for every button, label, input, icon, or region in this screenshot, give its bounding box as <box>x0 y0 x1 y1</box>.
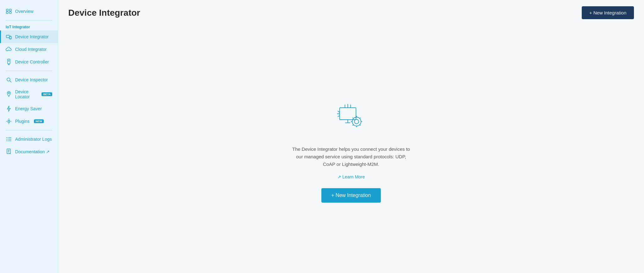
device-inspector-label: Device Inspector <box>15 77 48 82</box>
new-badge: NEW <box>34 119 44 123</box>
new-integration-button-center[interactable]: + New Integration <box>321 188 381 203</box>
svg-line-8 <box>11 36 12 37</box>
sidebar: Overview IoT Integrator Device Integrato… <box>0 0 58 273</box>
sidebar-item-energy-saver[interactable]: Energy Saver <box>0 102 58 115</box>
beta-badge: BETA <box>42 92 52 96</box>
svg-line-24 <box>8 120 8 121</box>
svg-point-21 <box>8 92 9 94</box>
sidebar-item-documentation[interactable]: Documentation ↗ <box>0 145 58 158</box>
plugins-label: Plugins <box>15 119 30 124</box>
device-inspector-icon <box>6 77 12 83</box>
energy-saver-icon <box>6 106 12 112</box>
overview-label: Overview <box>15 9 33 14</box>
documentation-icon <box>6 149 12 155</box>
plugins-icon <box>6 118 12 124</box>
sidebar-item-overview[interactable]: Overview <box>0 5 58 18</box>
svg-point-48 <box>354 119 359 124</box>
sidebar-divider-2 <box>6 71 52 71</box>
svg-rect-0 <box>6 9 8 11</box>
svg-rect-38 <box>340 108 356 120</box>
empty-state: The Device Integrator helps you connect … <box>58 25 644 273</box>
svg-point-23 <box>8 121 9 122</box>
svg-line-43 <box>338 116 340 117</box>
empty-state-description: The Device Integrator helps you connect … <box>291 145 411 168</box>
admin-logs-icon <box>6 136 12 142</box>
sidebar-item-device-controller[interactable]: Device Controller <box>0 56 58 68</box>
cloud-integrator-icon <box>6 46 12 52</box>
svg-rect-3 <box>9 12 11 14</box>
learn-more-link[interactable]: ↗ Learn More <box>337 174 365 179</box>
svg-line-53 <box>353 117 353 118</box>
page-header: Device Integrator + New Integration <box>58 0 644 25</box>
svg-line-25 <box>9 120 10 121</box>
energy-saver-label: Energy Saver <box>15 106 42 111</box>
svg-line-10 <box>9 39 10 39</box>
svg-point-13 <box>8 49 9 50</box>
svg-line-20 <box>10 81 11 82</box>
svg-line-26 <box>8 122 8 123</box>
sidebar-item-device-integrator[interactable]: Device Integrator <box>0 30 58 43</box>
page-title: Device Integrator <box>68 8 140 18</box>
svg-line-27 <box>9 122 10 123</box>
svg-rect-2 <box>6 12 8 14</box>
sidebar-divider-3 <box>6 130 52 130</box>
admin-logs-label: Administrator Logs <box>15 137 52 142</box>
device-controller-label: Device Controller <box>15 59 49 64</box>
device-integrator-label: Device Integrator <box>15 34 49 39</box>
svg-rect-1 <box>9 9 11 11</box>
sidebar-item-plugins[interactable]: Plugins NEW <box>0 115 58 128</box>
svg-line-41 <box>338 111 340 112</box>
overview-icon <box>6 8 12 14</box>
main-content: Device Integrator + New Integration <box>58 0 644 273</box>
device-locator-label: Device Locator <box>15 89 37 99</box>
sidebar-divider-1 <box>6 20 52 20</box>
sidebar-item-admin-logs[interactable]: Administrator Logs <box>0 133 58 145</box>
device-controller-icon <box>6 59 12 65</box>
svg-line-11 <box>11 39 12 39</box>
sidebar-item-device-inspector[interactable]: Device Inspector <box>0 74 58 86</box>
sidebar-item-cloud-integrator[interactable]: Cloud Integrator <box>0 43 58 56</box>
empty-state-illustration <box>331 96 372 137</box>
svg-point-19 <box>7 78 10 81</box>
svg-line-7 <box>9 36 10 37</box>
new-integration-button-header[interactable]: + New Integration <box>582 6 634 19</box>
device-integrator-icon <box>6 34 12 40</box>
external-link-icon: ↗ <box>337 174 341 179</box>
cloud-integrator-label: Cloud Integrator <box>15 47 47 52</box>
svg-line-54 <box>359 125 360 126</box>
svg-line-55 <box>359 117 360 118</box>
sidebar-section-iot: IoT Integrator <box>0 23 58 30</box>
svg-line-56 <box>353 125 353 126</box>
device-locator-icon <box>6 91 12 97</box>
sidebar-item-device-locator[interactable]: Device Locator BETA <box>0 86 58 102</box>
documentation-label: Documentation ↗ <box>15 149 50 154</box>
svg-rect-4 <box>6 35 9 38</box>
